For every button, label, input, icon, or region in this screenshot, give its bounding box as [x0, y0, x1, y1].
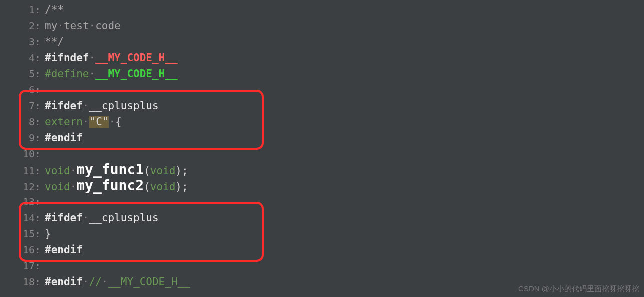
code-line[interactable]: 5: #define·__MY_CODE_H__ [0, 66, 644, 82]
preproc-keyword: #endif [45, 132, 83, 144]
line-number: 16: [0, 242, 45, 258]
line-number: 17: [0, 258, 45, 274]
paren: ) [175, 181, 182, 193]
comment-text: code [95, 20, 121, 32]
line-number: 9: [0, 130, 45, 146]
whitespace-dot: · [102, 276, 108, 288]
code-line[interactable]: 8: extern·"C"·{ [0, 114, 644, 130]
macro-name: __MY_CODE_H__ [95, 68, 177, 80]
line-number: 13: [0, 194, 45, 210]
code-line[interactable]: 2: my·test·code [0, 18, 644, 34]
whitespace-dot: · [89, 20, 96, 32]
whitespace-dot: · [70, 181, 77, 193]
line-number: 6: [0, 82, 45, 98]
whitespace-dot: · [57, 20, 64, 32]
whitespace-dot: · [70, 165, 77, 177]
code-line[interactable]: 1: /** [0, 2, 644, 18]
paren: ( [144, 181, 150, 193]
code-line[interactable]: 10: [0, 146, 644, 162]
macro-symbol: __cplusplus [89, 100, 159, 112]
whitespace-dot: · [109, 116, 115, 128]
function-name: my_func2 [76, 178, 144, 194]
code-line[interactable]: 3: **/ [0, 34, 644, 50]
type-keyword: void [45, 181, 70, 193]
whitespace-dot: · [83, 276, 89, 288]
macro-name: __MY_CODE_H__ [95, 52, 177, 64]
comment-text: my [45, 20, 57, 32]
code-line[interactable]: 13: [0, 194, 644, 210]
comment-text: **/ [45, 36, 64, 48]
comment-text: test [64, 20, 89, 32]
line-number: 4: [0, 50, 45, 66]
code-line[interactable]: 17: [0, 258, 644, 274]
brace: { [115, 116, 122, 128]
line-number: 8: [0, 114, 45, 130]
line-number: 12: [0, 179, 45, 195]
code-editor[interactable]: 1: /** 2: my·test·code 3: **/ 4: #ifndef… [0, 0, 644, 292]
line-number: 10: [0, 146, 45, 162]
watermark-text: CSDN @小小的代码里面挖呀挖呀挖 [518, 284, 639, 294]
code-line[interactable]: 14: #ifdef·__cplusplus [0, 210, 644, 226]
line-number: 18: [0, 274, 45, 290]
preproc-keyword: #ifndef [45, 52, 89, 64]
type-keyword: void [150, 181, 176, 193]
preproc-keyword: #ifdef [45, 212, 83, 224]
type-keyword: void [45, 165, 70, 177]
string-literal: "C" [89, 116, 109, 128]
macro-symbol: __cplusplus [89, 212, 159, 224]
semicolon: ; [182, 165, 188, 177]
line-number: 5: [0, 66, 45, 82]
keyword: extern [45, 116, 83, 128]
line-number: 1: [0, 2, 45, 18]
paren: ) [175, 165, 182, 177]
preproc-keyword: #ifdef [45, 100, 83, 112]
brace: } [45, 228, 51, 240]
whitespace-dot: · [83, 212, 89, 224]
function-name: my_func1 [76, 162, 144, 178]
preproc-keyword: #define [45, 68, 89, 80]
code-line[interactable]: 16: #endif [0, 242, 644, 258]
paren: ( [144, 165, 150, 177]
code-line[interactable]: 15: } [0, 226, 644, 242]
comment-text: // [89, 276, 102, 288]
line-number: 11: [0, 163, 45, 179]
line-number: 7: [0, 98, 45, 114]
semicolon: ; [182, 181, 188, 193]
line-number: 14: [0, 210, 45, 226]
preproc-keyword: #endif [45, 244, 83, 256]
whitespace-dot: · [83, 100, 89, 112]
line-number: 2: [0, 18, 45, 34]
code-line[interactable]: 6: [0, 82, 644, 98]
code-line[interactable]: 7: #ifdef·__cplusplus [0, 98, 644, 114]
whitespace-dot: · [83, 116, 89, 128]
comment-text: __MY_CODE_H__ [108, 276, 190, 288]
type-keyword: void [150, 165, 176, 177]
line-number: 15: [0, 226, 45, 242]
preproc-keyword: #endif [45, 276, 83, 288]
code-line[interactable]: 11: void·my_func1(void); [0, 162, 644, 178]
code-line[interactable]: 4: #ifndef·__MY_CODE_H__ [0, 50, 644, 66]
whitespace-dot: · [89, 52, 96, 64]
line-number: 3: [0, 34, 45, 50]
whitespace-dot: · [89, 68, 96, 80]
comment-text: /** [45, 4, 64, 16]
code-line[interactable]: 9: #endif [0, 130, 644, 146]
code-line[interactable]: 12: void·my_func2(void); [0, 178, 644, 194]
